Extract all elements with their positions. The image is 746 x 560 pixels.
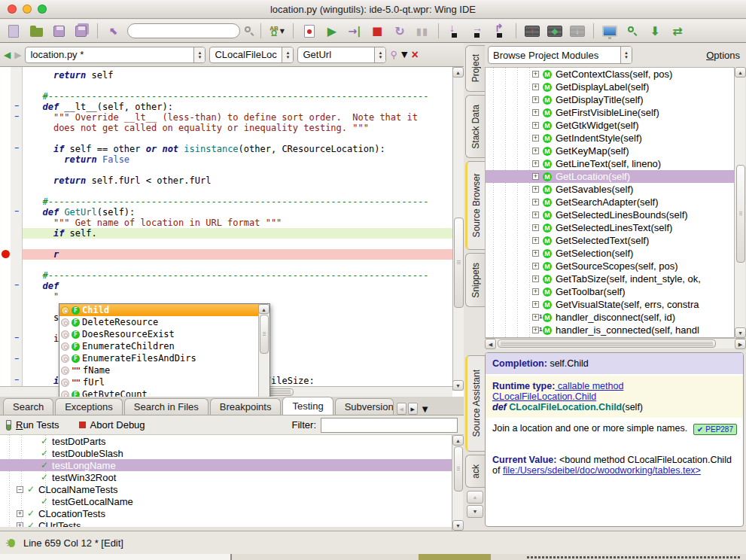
refresh-button[interactable]: ⇄ (668, 22, 687, 40)
expand-icon[interactable]: + (532, 173, 539, 180)
class-scope-dropdown[interactable]: CLocalFileLoc ▲▼ (209, 47, 294, 63)
code-line[interactable]: def __lt__(self, other): (23, 102, 452, 112)
browser-tree-item[interactable]: +MGetSavables(self) (532, 183, 734, 196)
code-line[interactable] (23, 239, 452, 249)
code-line[interactable]: return self.fUrl < other.fUrl (23, 175, 452, 186)
tabstrip-scroll-up[interactable]: ▲ (467, 491, 483, 504)
open-file-button[interactable] (27, 22, 45, 40)
browser-tree-item[interactable]: +MGetDisplayLabel(self) (532, 81, 734, 93)
code-line[interactable]: def (23, 281, 452, 291)
file-dropdown[interactable]: location.py * ▲▼ (25, 47, 206, 63)
fold-marker[interactable]: − (14, 103, 20, 110)
test-tree-item[interactable]: ✓testWin32Root (0, 471, 452, 483)
browser-tree-item[interactable]: +MGetSelectedText(self) (532, 234, 734, 247)
tests-scroll-down[interactable]: ▼ (452, 520, 464, 531)
tab-source-assistant[interactable]: Source Assistant (465, 355, 485, 452)
code-line[interactable]: """ Override __lt__ (less-than) to defin… (23, 112, 452, 123)
step-into-button[interactable]: ↓ (446, 22, 464, 40)
tab-source-browser[interactable]: Source Browser (465, 161, 485, 250)
debug-file-button[interactable] (300, 22, 318, 40)
browser-tree-item[interactable]: +MGetDisplayTitle(self) (532, 93, 734, 106)
current-value-link[interactable]: file:/Users/sdeibel/doc/woodworking/tabl… (503, 465, 701, 476)
editor-menu-chevron[interactable]: ▼ (401, 50, 407, 59)
frame-current-button[interactable]: ◆ (546, 22, 564, 40)
tests-vscrollbar[interactable]: ▲ ▼ (452, 435, 463, 531)
completion-item[interactable]: FEnumerateChildren (59, 340, 258, 352)
test-tree-item[interactable]: ✓testDoubleSlash (0, 447, 452, 459)
browser-tree-item[interactable]: +M1handler_disconnect(self, id) (532, 311, 734, 324)
popup-scroll-thumb[interactable] (260, 315, 269, 354)
fold-marker[interactable]: − (14, 335, 20, 342)
code-line[interactable] (23, 133, 452, 144)
pause-button[interactable]: ▮▮ (413, 22, 431, 40)
browser-tree-item[interactable]: +MGetVisualState(self, errs, constra (532, 298, 734, 311)
test-tree-item[interactable]: +✓CLocationTests (0, 507, 452, 519)
tab-exceptions[interactable]: Exceptions (55, 398, 123, 415)
tabs-menu-button[interactable]: ▼ (422, 405, 428, 413)
expand-icon[interactable]: + (532, 224, 539, 231)
browser-tree-item[interactable]: +MGetSelection(self) (532, 247, 734, 260)
tab-stack-data[interactable]: Stack Data (465, 95, 485, 158)
run-to-cursor-button[interactable]: →| (346, 22, 364, 40)
code-line[interactable]: return False (23, 154, 452, 165)
expand-icon[interactable]: + (532, 288, 539, 295)
code-line[interactable]: if self. (23, 228, 452, 239)
code-line[interactable] (23, 260, 452, 270)
fold-marker[interactable]: − (14, 377, 20, 384)
frame-down-button[interactable]: ↓ (568, 22, 586, 40)
editor-vscrollbar[interactable]: ▲ ▼ (452, 67, 464, 391)
browser-tree-item[interactable]: +MGetKeyMap(self) (532, 145, 734, 157)
expand-icon[interactable]: + (532, 237, 539, 244)
code-line[interactable]: if self == other or not isinstance(other… (23, 144, 452, 154)
tab-search[interactable]: Search (3, 398, 53, 415)
browser-tree-item[interactable]: +MGetTabSize(self, indent_style, ok, (532, 272, 734, 285)
stop-button[interactable]: ■ (368, 22, 386, 40)
code-line[interactable]: def GetUrl(self): (23, 207, 452, 218)
completion-item[interactable]: ""fUrl (59, 376, 258, 388)
fold-marker[interactable]: − (14, 208, 20, 215)
tests-vscroll-thumb[interactable] (454, 446, 463, 492)
python-shell-button[interactable] (601, 22, 619, 40)
code-line[interactable] (23, 81, 452, 91)
browser-tree-item[interactable]: +MGetLineText(self, lineno) (532, 157, 734, 170)
tabs-scroll-left[interactable]: ◀ (397, 403, 406, 415)
breakpoint-marker[interactable] (2, 250, 10, 258)
expand-icon[interactable]: + (532, 263, 539, 269)
step-over-button[interactable]: → (468, 22, 486, 40)
expand-icon[interactable]: + (532, 148, 539, 154)
editor-vscroll-thumb[interactable] (454, 218, 464, 308)
tabs-scroll-right[interactable]: ▶ (408, 403, 418, 415)
browser-scroll-down[interactable]: ▼ (735, 327, 746, 338)
browser-tree-item[interactable]: +MGetGtkWidget(self) (532, 119, 734, 132)
test-tree-item[interactable]: ✓testLongName (0, 459, 452, 471)
new-file-button[interactable] (5, 22, 23, 40)
browser-tree-item[interactable]: +MGetToolbar(self) (532, 285, 734, 298)
tab-breakpoints[interactable]: Breakpoints (210, 398, 282, 415)
completion-item[interactable]: ""fName (59, 364, 258, 376)
tab-subversion[interactable]: Subversion (335, 398, 394, 415)
code-line[interactable]: does not get called on equality or inequ… (23, 123, 452, 133)
code-line[interactable] (23, 165, 452, 175)
expand-icon[interactable]: + (532, 84, 539, 90)
code-line[interactable]: #---------------------------------------… (23, 196, 452, 207)
code-line[interactable]: return self (23, 70, 452, 81)
tab-project[interactable]: Project (465, 45, 485, 92)
fold-marker[interactable]: − (14, 356, 20, 363)
expand-icon[interactable]: + (532, 109, 539, 116)
select-mode-button[interactable]: ⬉ (105, 22, 123, 40)
expand-icon[interactable]: + (532, 186, 539, 193)
expand-icon[interactable]: + (532, 122, 539, 129)
scroll-down-button[interactable]: ▼ (452, 380, 464, 391)
toolbar-search-input[interactable] (127, 23, 240, 38)
fold-marker[interactable]: − (14, 145, 20, 152)
browse-mode-dropdown[interactable]: Browse Project Modules ▲▼ (488, 46, 632, 64)
browser-hscroll-thumb[interactable] (498, 339, 716, 348)
debug-bug-icon[interactable] (6, 537, 17, 549)
browser-scroll-up[interactable]: ▲ (735, 67, 746, 78)
options-menu[interactable]: Options (706, 50, 740, 61)
test-results-tree[interactable]: ✓testDotParts✓testDoubleSlash✓testLongNa… (0, 435, 452, 527)
editor-gutter[interactable]: −−−−−−−− (0, 67, 23, 391)
test-tree-item[interactable]: ✓testDotParts (0, 435, 452, 447)
collapse-icon[interactable]: − (17, 486, 23, 493)
browser-tree-item[interactable]: +MGetSearchAdapter(self) (532, 196, 734, 208)
